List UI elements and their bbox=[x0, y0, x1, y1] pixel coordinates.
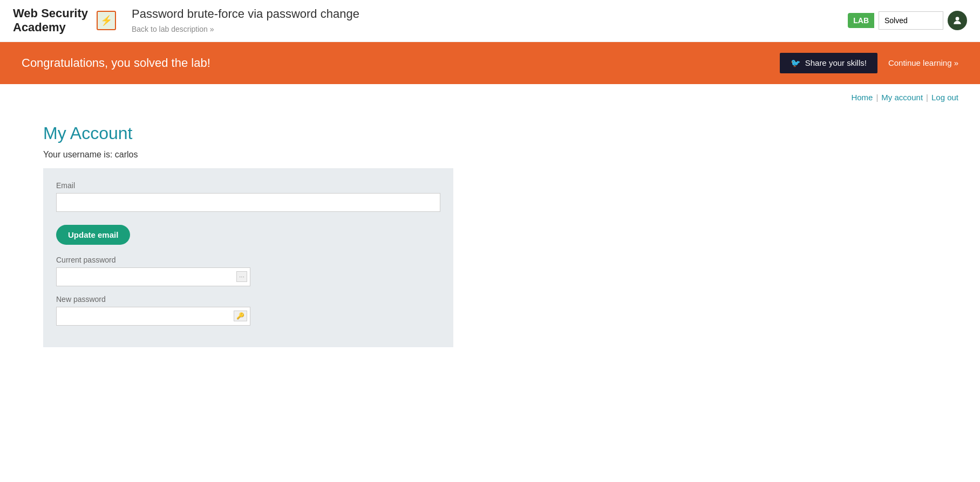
nav-home-link[interactable]: Home bbox=[851, 93, 873, 102]
lab-badge: LAB bbox=[848, 13, 874, 28]
header-title-area: Password brute-force via password change… bbox=[121, 7, 848, 34]
nav-my-account-link[interactable]: My account bbox=[881, 93, 923, 102]
update-email-button[interactable]: Update email bbox=[56, 225, 130, 245]
page-heading: My Account bbox=[43, 123, 958, 143]
password-reveal-icon[interactable]: ··· bbox=[236, 271, 247, 282]
twitter-icon: 🐦 bbox=[791, 58, 801, 68]
main-content: My Account Your username is: carlos Emai… bbox=[0, 102, 980, 358]
current-password-input[interactable] bbox=[56, 267, 250, 286]
share-label: Share your skills! bbox=[805, 58, 867, 67]
email-group: Email bbox=[56, 181, 440, 212]
svg-point-0 bbox=[956, 17, 959, 21]
lab-title: Password brute-force via password change bbox=[132, 7, 848, 21]
solved-input[interactable] bbox=[879, 11, 943, 30]
current-password-group: Current password ··· bbox=[56, 256, 440, 286]
email-input[interactable] bbox=[56, 193, 440, 212]
back-to-lab-link[interactable]: Back to lab description » bbox=[132, 25, 214, 33]
nav-sep-1: | bbox=[876, 93, 878, 102]
new-password-reveal-icon[interactable]: 🔑 bbox=[234, 311, 247, 321]
divider bbox=[56, 245, 440, 256]
banner-actions: 🐦 Share your skills! Continue learning » bbox=[780, 53, 958, 73]
email-label: Email bbox=[56, 181, 440, 190]
header-right: LAB bbox=[848, 11, 967, 30]
continue-learning-link[interactable]: Continue learning » bbox=[888, 58, 958, 67]
logo-icon: ⚡ bbox=[97, 11, 116, 30]
logo-text: Web SecurityAcademy bbox=[13, 6, 88, 35]
congrats-banner: Congratulations, you solved the lab! 🐦 S… bbox=[0, 42, 980, 84]
account-form: Email Update email Current password ··· … bbox=[43, 168, 453, 347]
current-password-label: Current password bbox=[56, 256, 440, 264]
new-password-label: New password bbox=[56, 295, 440, 304]
avatar-button[interactable] bbox=[948, 11, 967, 30]
nav-sep-2: | bbox=[926, 93, 928, 102]
share-button[interactable]: 🐦 Share your skills! bbox=[780, 53, 877, 73]
congrats-text: Congratulations, you solved the lab! bbox=[22, 56, 210, 70]
nav-log-out-link[interactable]: Log out bbox=[931, 93, 958, 102]
avatar-icon bbox=[952, 15, 963, 26]
username-text: Your username is: carlos bbox=[43, 150, 958, 160]
logo-area: Web SecurityAcademy ⚡ bbox=[13, 6, 121, 35]
header: Web SecurityAcademy ⚡ Password brute-for… bbox=[0, 0, 980, 42]
new-password-input[interactable] bbox=[56, 307, 250, 326]
new-password-wrapper: 🔑 bbox=[56, 307, 250, 326]
current-password-wrapper: ··· bbox=[56, 267, 250, 286]
top-nav: Home | My account | Log out bbox=[0, 84, 980, 102]
new-password-group: New password 🔑 bbox=[56, 295, 440, 326]
